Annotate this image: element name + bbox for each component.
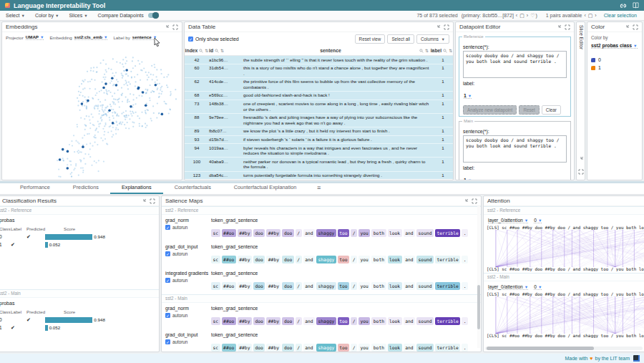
table-row[interactable]: 123dba54c…turns potentially forgettable … [185, 172, 453, 180]
maximize-panel-icon[interactable] [578, 169, 584, 175]
salience-token[interactable]: ##oo [222, 282, 236, 290]
favorite-icon[interactable]: ♡ [530, 13, 535, 19]
salience-token[interactable]: you [358, 282, 370, 290]
column-header-sentence[interactable]: sentence [243, 48, 418, 53]
salience-token[interactable]: look [388, 256, 402, 263]
autorun-control[interactable]: ✓autorun [165, 278, 211, 283]
salience-token[interactable]: doo [282, 229, 293, 237]
salience-token[interactable]: doo [282, 282, 293, 290]
column-header-index[interactable]: index [185, 48, 198, 53]
select-menu[interactable]: Select▼ [6, 13, 25, 18]
salience-token[interactable]: ##by [266, 229, 280, 237]
tab-explanations[interactable]: Explanations [110, 182, 163, 194]
salience-token[interactable]: ##by [238, 256, 252, 263]
select-all-button[interactable]: Select all [387, 34, 414, 44]
salience-token[interactable]: . [462, 282, 468, 290]
table-row[interactable]: 93d15b7d…if steven soderbergh 's ` solar… [185, 136, 453, 145]
datapoint-slideshow-icon[interactable]: ▢ [519, 13, 525, 19]
salience-token[interactable]: too [338, 344, 349, 352]
salience-token[interactable]: / [296, 317, 302, 325]
label-select[interactable]: 1▼ [464, 93, 472, 99]
salience-token[interactable]: / [296, 282, 302, 290]
salience-token[interactable]: doo [282, 256, 293, 263]
salience-token[interactable]: and [303, 282, 315, 290]
autorun-checkbox[interactable]: ✓ [165, 313, 170, 318]
maximize-panel-icon[interactable] [472, 198, 477, 204]
salience-token[interactable]: both [371, 282, 386, 290]
tab-predictions[interactable]: Predictions [62, 182, 110, 194]
color-by-menu[interactable]: Color by▼ [35, 13, 59, 18]
salience-token[interactable]: sound [416, 229, 434, 237]
search-icon[interactable] [215, 49, 219, 53]
minimize-panel-icon[interactable] [435, 24, 441, 30]
salience-token[interactable]: / [296, 256, 302, 263]
maximize-panel-icon[interactable] [633, 24, 638, 30]
embedding-select[interactable]: sst2:cls_emb▼ [74, 34, 108, 40]
maximize-panel-icon[interactable] [172, 24, 178, 30]
salience-token[interactable]: . [462, 229, 468, 237]
salience-token[interactable]: shaggy [316, 229, 336, 237]
salience-token[interactable]: and [303, 317, 315, 325]
salience-token[interactable]: both [371, 344, 386, 352]
table-row[interactable]: 941019aa…byler reveals his characters in… [185, 144, 453, 158]
prev-pair-button[interactable]: ‹ [584, 13, 585, 18]
vertical-scrollbar[interactable] [477, 206, 480, 348]
tab-performance[interactable]: Performance [9, 182, 62, 194]
salience-token[interactable]: ##by [266, 317, 280, 325]
maximize-panel-icon[interactable] [565, 24, 570, 30]
only-show-selected-checkbox[interactable]: ✓ [188, 37, 193, 42]
salience-token[interactable]: and [404, 317, 415, 325]
search-icon[interactable] [443, 49, 447, 53]
table-row[interactable]: 10040aba9…neither parker nor donovan is … [185, 158, 453, 171]
autorun-control[interactable]: ✓autorun [165, 251, 211, 256]
salience-token[interactable]: terrible [435, 256, 460, 263]
salience-token[interactable]: sound [416, 282, 434, 290]
attention-head-select[interactable]: 0▼ [534, 284, 542, 290]
reset-view-button[interactable]: Reset view [355, 34, 386, 44]
table-row[interactable]: 73148b38…one of creepiest , scariest mov… [185, 100, 453, 114]
sentence-textarea[interactable]: scooby dooby doo / and shaggy too / you … [463, 51, 567, 78]
sort-icon[interactable]: ⇅ [425, 48, 429, 53]
salience-token[interactable]: you [358, 317, 370, 325]
documentation-icon[interactable] [633, 2, 639, 9]
sort-icon[interactable]: ⇅ [220, 48, 224, 53]
reset-button[interactable]: Reset [519, 105, 539, 115]
salience-token[interactable]: ##by [266, 256, 280, 263]
salience-token[interactable]: sc [211, 282, 220, 290]
salience-token[interactable]: both [371, 317, 386, 325]
salience-token[interactable]: doo [282, 344, 293, 352]
salience-token[interactable]: too [338, 282, 349, 290]
salience-token[interactable]: sound [416, 256, 434, 263]
minimize-panel-icon[interactable] [624, 24, 630, 30]
salience-token[interactable]: sc [211, 256, 220, 263]
salience-token[interactable]: . [462, 317, 468, 325]
salience-token[interactable]: shaggy [316, 317, 336, 325]
salience-token[interactable]: ##oo [222, 317, 236, 325]
embedding-scatter-plot[interactable] [2, 42, 180, 178]
slice-editor-strip[interactable]: Slice Editor [576, 21, 585, 180]
attention-layer-select[interactable]: layer_0/attention▼ [488, 284, 528, 290]
color-by-select[interactable]: sst2 probas class▼ [591, 43, 638, 49]
autorun-checkbox[interactable]: ✓ [165, 278, 170, 283]
table-row[interactable]: 6031db54…this is a story of two misfits … [185, 64, 453, 78]
salience-token[interactable]: sc [211, 229, 220, 237]
table-row[interactable]: 42a1bc96…the subtle strength of `` ellin… [185, 56, 453, 64]
salience-token[interactable]: and [404, 256, 415, 263]
salience-token[interactable]: ##by [238, 317, 252, 325]
table-row[interactable]: 89fb8c07…we know the plot 's a little cr… [185, 127, 453, 136]
salience-token[interactable]: terrible [435, 344, 460, 352]
search-icon[interactable] [199, 49, 203, 53]
salience-token[interactable]: doo [253, 344, 265, 352]
labelby-select[interactable]: sentence▼ [132, 34, 157, 40]
attention-layer-select[interactable]: layer_0/attention▼ [488, 218, 528, 223]
salience-token[interactable]: ##by [266, 344, 280, 352]
column-header-id[interactable]: id [209, 48, 213, 53]
salience-token[interactable]: / [351, 229, 357, 237]
salience-token[interactable]: ##oo [222, 256, 236, 263]
salience-token[interactable]: shaggy [316, 344, 336, 352]
salience-token[interactable]: ##by [266, 282, 280, 290]
analyze-new-datapoint-button[interactable]: Analyze new datapoint [463, 105, 517, 115]
slices-menu[interactable]: Slices▼ [69, 13, 87, 18]
column-header-label[interactable]: label [431, 48, 442, 53]
salience-token[interactable]: and [404, 344, 415, 352]
